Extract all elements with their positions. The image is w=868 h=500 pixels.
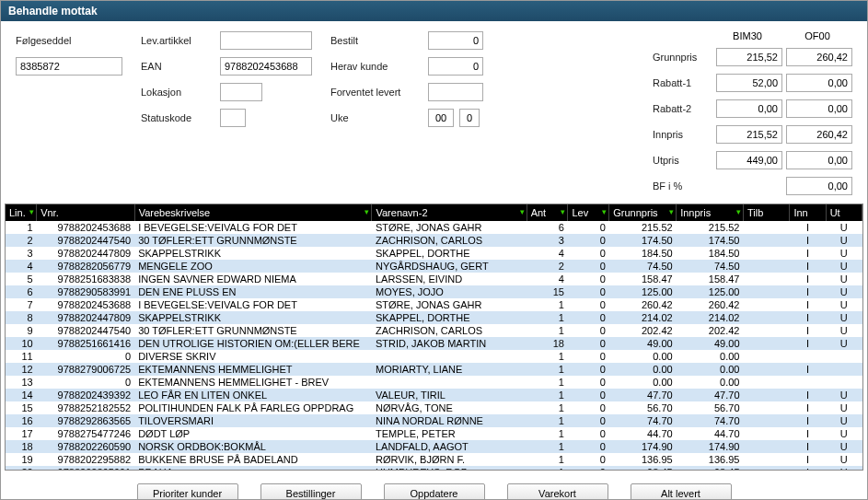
oppdatere-button[interactable]: Oppdatere xyxy=(384,483,485,500)
cell-col-vnavn2: STRID, JAKOB MARTIN xyxy=(372,337,527,350)
utpris-bim-input[interactable] xyxy=(716,151,782,169)
utpris-of-input[interactable] xyxy=(786,151,852,169)
uke2-input[interactable] xyxy=(459,109,480,127)
bfi-of-input[interactable] xyxy=(786,177,852,195)
cell-col-ant: 1 xyxy=(527,440,568,453)
innpris-of-input[interactable] xyxy=(786,125,852,144)
bestilt-input[interactable] xyxy=(428,31,483,50)
cell-col-vnr: 9788202295882 xyxy=(37,453,135,466)
cell-col-gp: 44.70 xyxy=(609,427,677,440)
table-row[interactable]: 69788290583991DEN ENE PLUSS ENMOYES, JOJ… xyxy=(6,285,862,298)
table-row[interactable]: 2978820244754030 TØFLER:ETT GRUNNMØNSTEZ… xyxy=(6,234,862,247)
col-innpris[interactable]: Innpris▾ xyxy=(677,204,744,221)
cell-col-tilb xyxy=(744,440,790,453)
cell-col-ant: 1 xyxy=(527,401,568,414)
cell-col-vare: LEO FÅR EN LITEN ONKEL xyxy=(134,389,372,401)
cell-col-vare: EKTEMANNENS HEMMELIGHET - BREV xyxy=(134,376,372,389)
uke1-input[interactable] xyxy=(428,109,454,127)
ean-input[interactable] xyxy=(220,57,312,76)
cell-col-lev: 0 xyxy=(568,427,609,440)
sort-icon: ▾ xyxy=(520,207,525,216)
varekort-button[interactable]: Varekort xyxy=(507,483,608,500)
col-lev[interactable]: Lev▾ xyxy=(568,204,609,221)
forventet-label: Forventet levert xyxy=(330,87,422,98)
cell-col-vare: SKAPPELSTRIKK xyxy=(134,311,372,324)
statuskode-input[interactable] xyxy=(220,109,246,127)
cell-col-lev: 0 xyxy=(568,337,609,350)
alt-levert-button[interactable]: Alt levert xyxy=(631,483,732,500)
cell-col-lin: 12 xyxy=(6,363,37,376)
col-ut[interactable]: Ut xyxy=(826,204,862,221)
col-varenavn2[interactable]: Varenavn-2▾ xyxy=(372,204,527,221)
table-row[interactable]: 89788202447809SKAPPELSTRIKKSKAPPEL, DORT… xyxy=(6,311,862,324)
table-row[interactable]: 9978820244754030 TØFLER:ETT GRUNNMØNSTEZ… xyxy=(6,324,862,337)
table-row[interactable]: 130EKTEMANNENS HEMMELIGHET - BREV100.000… xyxy=(6,376,862,389)
table-row[interactable]: 159788252182552POLITIHUNDEN FALK PÅ FARL… xyxy=(6,401,862,414)
rabatt1-bim-input[interactable] xyxy=(716,74,782,92)
cell-col-vare: NORSK ORDBOK:BOKMÅL xyxy=(134,440,372,453)
cell-col-lev: 0 xyxy=(568,363,609,376)
table-row[interactable]: 109788251661416DEN UTROLIGE HISTORIEN OM… xyxy=(6,337,862,350)
cell-col-vare: MENGELE ZOO xyxy=(134,260,372,273)
grunnpris-label: Grunnpris xyxy=(653,52,712,63)
table-row[interactable]: 149788202439392LEO FÅR EN LITEN ONKELVAL… xyxy=(6,389,862,401)
col-inn[interactable]: Inn xyxy=(790,204,826,221)
cell-col-tilb xyxy=(744,247,790,260)
cell-col-tilb xyxy=(744,273,790,285)
table-row[interactable]: 169788292863565TILOVERSMARININA NORDAL R… xyxy=(6,414,862,427)
cell-col-inn: I xyxy=(790,324,826,337)
cell-col-vare: INGEN SAVNER EDWARD NIEMA xyxy=(134,273,372,285)
table-row[interactable]: 59788251683838INGEN SAVNER EDWARD NIEMAL… xyxy=(6,273,862,285)
innpris-bim-input[interactable] xyxy=(716,125,782,144)
table-row[interactable]: 129788279006725EKTEMANNENS HEMMELIGHETMO… xyxy=(6,363,862,376)
grunnpris-bim-input[interactable] xyxy=(716,48,782,66)
data-table[interactable]: Lin.▾ Vnr. Varebeskrivelse▾ Varenavn-2▾ … xyxy=(6,204,862,471)
grunnpris-of-input[interactable] xyxy=(786,48,852,66)
forventet-input[interactable] xyxy=(428,83,483,101)
cell-col-vare: DEN UTROLIGE HISTORIEN OM:(ELLER BERE xyxy=(134,337,372,350)
cell-col-inn: I xyxy=(790,273,826,285)
cell-col-vnavn2: TEMPLE, PETER xyxy=(372,427,527,440)
table-row[interactable]: 49788282056779MENGELE ZOONYGÅRDSHAUG, GE… xyxy=(6,260,862,273)
cell-col-inn xyxy=(790,376,826,389)
cell-col-gp: 56.70 xyxy=(609,401,677,414)
cell-col-vnavn2: NØRVÅG, TONE xyxy=(372,401,527,414)
cell-col-ut: U xyxy=(826,453,862,466)
cell-col-lev: 0 xyxy=(568,285,609,298)
cell-col-ut: U xyxy=(826,324,862,337)
herav-kunde-input[interactable] xyxy=(428,57,483,76)
table-row[interactable]: 199788202295882BUKKENE BRUSE PÅ BADELAND… xyxy=(6,453,862,466)
lokasjon-input[interactable] xyxy=(220,83,262,101)
cell-col-vare: DØDT LØP xyxy=(134,427,372,440)
rabatt1-of-input[interactable] xyxy=(786,74,852,92)
col-lin[interactable]: Lin.▾ xyxy=(6,204,37,221)
cell-col-gp: 0.00 xyxy=(609,350,677,363)
col-ant[interactable]: Ant▾ xyxy=(527,204,568,221)
cell-col-ut: U xyxy=(826,247,862,260)
col-varebeskrivelse[interactable]: Varebeskrivelse▾ xyxy=(134,204,372,221)
prioriter-kunder-button[interactable]: Prioriter kunder xyxy=(137,483,238,500)
sort-icon: ▾ xyxy=(602,207,607,216)
cell-col-lev: 0 xyxy=(568,414,609,427)
cell-col-vnavn2: NYGÅRDSHAUG, GERT xyxy=(372,260,527,273)
cell-col-vnavn2: ZACHRISON, CARLOS xyxy=(372,324,527,337)
table-row[interactable]: 189788202260590NORSK ORDBOK:BOKMÅLLANDFA… xyxy=(6,440,862,453)
table-row[interactable]: 39788202447809SKAPPELSTRIKKSKAPPEL, DORT… xyxy=(6,247,862,260)
bestillinger-button[interactable]: Bestillinger xyxy=(260,483,362,500)
table-row[interactable]: 79788202453688I BEVEGELSE:VEIVALG FOR DE… xyxy=(6,298,862,311)
folgeseddel-input[interactable] xyxy=(16,57,122,76)
col-tilb[interactable]: Tilb xyxy=(744,204,790,221)
col-grunnpris[interactable]: Grunnpris▾ xyxy=(609,204,677,221)
table-row[interactable]: 110DIVERSE SKRIV100.000.00 xyxy=(6,350,862,363)
cell-col-lin: 11 xyxy=(6,350,37,363)
rabatt2-of-input[interactable] xyxy=(786,99,852,118)
col-vnr[interactable]: Vnr. xyxy=(37,204,135,221)
cell-col-lin: 18 xyxy=(6,440,37,453)
table-row[interactable]: 179788275477246DØDT LØPTEMPLE, PETER1044… xyxy=(6,427,862,440)
lev-artikkel-input[interactable] xyxy=(220,31,312,50)
cell-col-lin: 7 xyxy=(6,298,37,311)
cell-col-inn: I xyxy=(790,285,826,298)
rabatt2-bim-input[interactable] xyxy=(716,99,782,118)
data-table-container: Lin.▾ Vnr. Varebeskrivelse▾ Varenavn-2▾ … xyxy=(5,203,863,471)
table-row[interactable]: 19788202453688I BEVEGELSE:VEIVALG FOR DE… xyxy=(6,221,862,234)
